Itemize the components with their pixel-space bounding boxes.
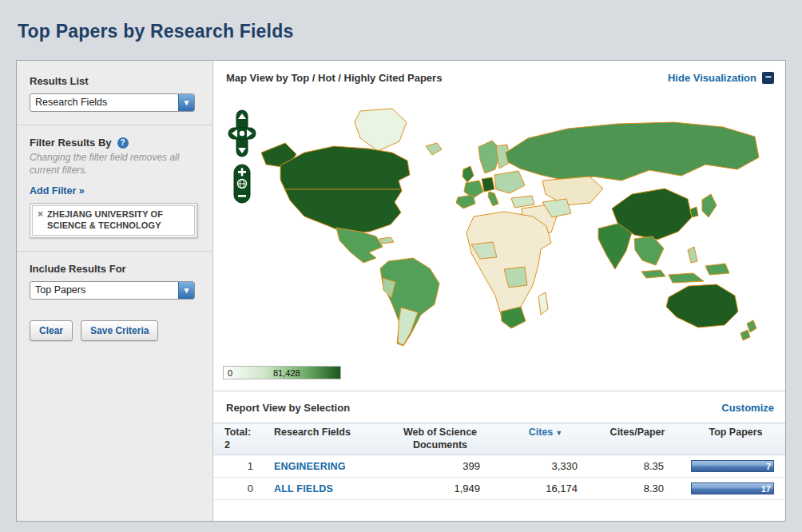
map-section-header: Map View by Top / Hot / Highly Cited Pap… bbox=[213, 61, 786, 93]
results-list-select[interactable]: Research Fields ▼ bbox=[30, 93, 195, 112]
zoom-out-icon bbox=[238, 195, 246, 197]
map-legend: 0 81,428 bbox=[223, 366, 341, 379]
wos-documents-value: 399 bbox=[379, 455, 501, 478]
top-papers-bar: 7 bbox=[691, 460, 774, 472]
include-results-value: Top Papers bbox=[30, 282, 178, 299]
table-row: 1 ENGINEERING 399 3,330 8.35 7 bbox=[213, 455, 786, 478]
top-papers-value: 7 bbox=[766, 461, 771, 472]
total-header: Total: 2 bbox=[213, 423, 268, 455]
filter-chip-container: × ZHEJIANG UNIVERSITY OF SCIENCE & TECHN… bbox=[30, 203, 197, 238]
map-visualization[interactable]: 0 81,428 bbox=[213, 93, 786, 391]
sidebar-divider bbox=[17, 251, 212, 252]
research-field-link[interactable]: ENGINEERING bbox=[274, 461, 346, 472]
main-panel: Map View by Top / Hot / Highly Cited Pap… bbox=[213, 61, 786, 521]
pan-control[interactable] bbox=[228, 109, 256, 157]
wos-documents-value: 1,949 bbox=[379, 478, 501, 500]
chevron-down-icon[interactable]: ▼ bbox=[178, 94, 194, 111]
top-papers-bar: 17 bbox=[691, 482, 774, 494]
column-cites-per-paper[interactable]: Cites/Paper bbox=[590, 423, 685, 455]
add-filter-link[interactable]: Add Filter » bbox=[30, 185, 85, 197]
column-research-fields[interactable]: Research Fields bbox=[268, 423, 379, 455]
total-label: Total: bbox=[224, 427, 261, 439]
top-papers-value: 17 bbox=[761, 483, 771, 494]
filter-chip[interactable]: × ZHEJIANG UNIVERSITY OF SCIENCE & TECHN… bbox=[32, 205, 195, 236]
results-list-value: Research Fields bbox=[30, 94, 178, 111]
results-list-label: Results List bbox=[30, 75, 200, 87]
report-view-title: Report View by Selection bbox=[226, 402, 350, 414]
customize-link[interactable]: Customize bbox=[721, 402, 774, 414]
column-wos-documents[interactable]: Web of Science Documents bbox=[379, 423, 501, 455]
clear-button[interactable]: Clear bbox=[30, 320, 73, 341]
table-header-row: Total: 2 Research Fields Web of Science … bbox=[213, 423, 786, 455]
world-map[interactable] bbox=[258, 106, 773, 358]
zoom-control[interactable] bbox=[233, 164, 251, 204]
report-section-header: Report View by Selection Customize bbox=[213, 391, 786, 423]
help-icon[interactable]: ? bbox=[117, 137, 129, 149]
sidebar: Results List Research Fields ▼ Filter Re… bbox=[17, 61, 213, 521]
include-results-select[interactable]: Top Papers ▼ bbox=[30, 281, 195, 300]
content-container: Results List Research Fields ▼ Filter Re… bbox=[16, 60, 786, 522]
hide-visualization-label: Hide Visualization bbox=[668, 72, 756, 84]
cites-per-paper-value: 8.30 bbox=[590, 478, 685, 500]
report-table: Total: 2 Research Fields Web of Science … bbox=[213, 423, 786, 500]
map-view-title: Map View by Top / Hot / Highly Cited Pap… bbox=[226, 72, 442, 84]
remove-icon[interactable]: × bbox=[38, 208, 43, 220]
pan-center-icon bbox=[240, 131, 244, 136]
research-field-link[interactable]: ALL FIELDS bbox=[274, 483, 333, 494]
filter-chip-label: ZHEJIANG UNIVERSITY OF SCIENCE & TECHNOL… bbox=[47, 208, 189, 232]
row-rank: 1 bbox=[213, 455, 268, 478]
sidebar-divider bbox=[17, 125, 212, 125]
sort-desc-icon: ▼ bbox=[555, 429, 562, 437]
total-value: 2 bbox=[224, 439, 261, 452]
column-top-papers[interactable]: Top Papers bbox=[685, 423, 786, 455]
filter-note: Changing the filter field removes all cu… bbox=[30, 152, 200, 177]
cites-value: 16,174 bbox=[501, 478, 590, 500]
row-rank: 0 bbox=[213, 478, 268, 500]
minus-icon: − bbox=[762, 72, 774, 84]
include-results-label: Include Results For bbox=[30, 263, 200, 275]
legend-max-value: 81,428 bbox=[273, 368, 300, 378]
save-criteria-button[interactable]: Save Criteria bbox=[81, 320, 158, 341]
chevron-down-icon[interactable]: ▼ bbox=[178, 282, 194, 299]
filter-results-label: Filter Results By bbox=[30, 137, 112, 149]
page-title: Top Papers by Research Fields bbox=[18, 21, 802, 42]
cites-per-paper-value: 8.35 bbox=[590, 455, 685, 478]
column-cites[interactable]: Cites▼ bbox=[501, 423, 590, 455]
table-row: 0 ALL FIELDS 1,949 16,174 8.30 17 bbox=[213, 478, 786, 500]
hide-visualization-link[interactable]: Hide Visualization − bbox=[668, 72, 774, 84]
cites-value: 3,330 bbox=[501, 455, 590, 478]
legend-min-value: 0 bbox=[228, 368, 232, 378]
